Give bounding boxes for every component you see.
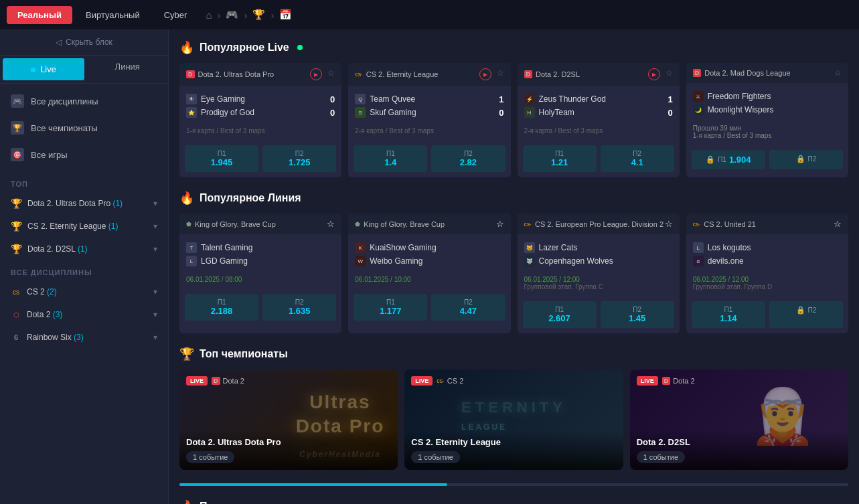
live-card-4-info: Прошло 39 мин1-я карта / Best of 3 maps <box>686 123 848 145</box>
line-star-1[interactable]: ☆ <box>327 219 335 229</box>
team-logo-4a: ⚔ <box>693 91 704 102</box>
line-star-4[interactable]: ☆ <box>834 219 842 229</box>
chevron-icon-2: ▾ <box>153 222 157 231</box>
odd-btn-3-p2[interactable]: П2 4.1 <box>601 145 674 172</box>
sidebar-league-dota-d2sl[interactable]: 🏆 Dota 2. D2SL (1) ▾ <box>0 238 168 260</box>
line-odd-btn-3-p1[interactable]: П1 2.607 <box>523 301 597 328</box>
live-card-3-teams: ⚡ Zeus Thunder God 1 H HolyTeam 0 <box>518 86 680 126</box>
team-row-4a: ⚔ Freedom Fighters <box>693 90 842 103</box>
team-row-3a: ⚡ Zeus Thunder God 1 <box>524 92 673 106</box>
star-button-2[interactable]: ☆ <box>497 68 504 80</box>
flame-icon-disc: 🔥 <box>179 499 194 504</box>
star-button-1[interactable]: ☆ <box>327 68 335 80</box>
cyber-mode-button[interactable]: Cyber <box>153 6 198 24</box>
sidebar-league-dota-ultras[interactable]: 🏆 Dota 2. Ultras Dota Pro (1) ▾ <box>0 192 168 215</box>
odd-btn-3-p1[interactable]: П1 1.21 <box>523 145 597 172</box>
play-button-1[interactable]: ▶ <box>310 68 322 80</box>
odd-btn-1-p1[interactable]: П1 1.945 <box>185 145 258 172</box>
line-odd-value-2-p2: 4.47 <box>434 306 502 316</box>
play-button-2[interactable]: ▶ <box>479 68 491 80</box>
popular-disc-header: 🔥 Популярные дисциплины <box>179 499 848 504</box>
odd-locked-4-p1: 🔒 П1 1.904 <box>694 155 763 165</box>
line-team-row-3b: 🐺 Copenhagen Wolves <box>524 254 673 268</box>
odd-btn-4-p2[interactable]: 🔒 П2 <box>769 150 843 169</box>
cup-icon[interactable]: 🏆 <box>252 9 265 21</box>
line-team-label-3a: Lazer Cats <box>539 243 578 252</box>
star-button-3[interactable]: ☆ <box>666 68 673 80</box>
line-odd-btn-4-p1[interactable]: П1 1.14 <box>692 301 765 328</box>
line-card-1-teams: T Talent Gaming L LGD Gaming <box>179 234 341 274</box>
line-odd-btn-2-p2[interactable]: П2 4.47 <box>431 294 505 321</box>
line-odd-label-4-p2: П2 <box>808 307 817 314</box>
calendar-icon[interactable]: 📅 <box>279 9 292 21</box>
sidebar-discipline-dota2[interactable]: ⬡ Dota 2 (3) ▾ <box>0 303 168 326</box>
trophy-icon-1: 🏆 <box>11 198 22 209</box>
line-team-logo-4b: d <box>693 256 704 266</box>
line-odd-btn-4-p2[interactable]: 🔒 П2 <box>769 301 843 328</box>
champ-events-3: 1 событие <box>637 451 685 463</box>
champ-game-label-2: CS 2 <box>447 377 463 385</box>
odd-btn-1-p2[interactable]: П2 1.725 <box>262 145 336 172</box>
line-odd-btn-1-p2[interactable]: П2 1.635 <box>262 294 336 321</box>
line-team-logo-2b: W <box>355 256 366 266</box>
sidebar-item-all-disciplines[interactable]: 🎮 Все дисциплины <box>0 88 168 114</box>
real-mode-button[interactable]: Реальный <box>7 6 72 24</box>
gamepad-icon[interactable]: 🎮 <box>226 9 238 21</box>
champ-card-1[interactable]: UltrasDota Pro CyberHeatMedia LIVE D Dot… <box>179 369 398 470</box>
sidebar-league-cs-eternity[interactable]: 🏆 CS 2. Eternity League (1) ▾ <box>0 215 168 238</box>
sidebar-discipline-cs2[interactable]: cs CS 2 (2) ▾ <box>0 280 168 303</box>
play-button-3[interactable]: ▶ <box>648 68 660 80</box>
odd-btn-2-p1[interactable]: П1 1.4 <box>354 145 427 172</box>
line-star-2[interactable]: ☆ <box>496 219 504 229</box>
odd-label-3-p2: П2 <box>603 150 672 157</box>
line-card-3-odds: П1 2.607 П2 1.45 <box>518 296 680 333</box>
hide-block-button[interactable]: ◁ Скрыть блок <box>0 29 168 56</box>
line-odd-btn-3-p2[interactable]: П2 1.45 <box>601 301 674 328</box>
line-card-3-title: cs· CS 2. European Pro League. Division … <box>524 220 664 228</box>
line-lock-icon-4-p2: 🔒 <box>796 306 805 315</box>
sidebar-discipline-r6[interactable]: 6 Rainbow Six (3) ▾ <box>0 326 168 349</box>
cs2-chevron: ▾ <box>153 287 157 297</box>
top-champs-section: 🏆 Топ чемпионаты UltrasDota Pro CyberHea… <box>179 347 848 486</box>
tab-live-label: Live <box>40 64 56 74</box>
line-odd-btn-2-p1[interactable]: П1 1.177 <box>354 294 427 321</box>
horizontal-scrollbar[interactable] <box>179 483 848 486</box>
team-name-2a: Q Team Quvee <box>355 94 415 104</box>
kog-icon-2: ⬟ <box>355 221 360 228</box>
dota-game-icon-1: D <box>186 70 195 78</box>
line-card-2-title: ⬟ King of Glory. Brave Cup <box>355 220 445 228</box>
main-content: 🔥 Популярное Live D Dota 2. Ultras Dota … <box>169 29 859 504</box>
odd-btn-2-p2[interactable]: П2 2.82 <box>431 145 505 172</box>
line-team-name-4b: d devils.one <box>693 256 744 266</box>
sidebar-item-all-games[interactable]: 🎯 Все игры <box>0 141 168 168</box>
live-card-1-teams: 👁 Eye Gaming 0 ⭐ Prodigy of God 0 <box>179 86 341 126</box>
team-row-4b: 🌙 Moonlight Wispers <box>693 103 842 116</box>
line-card-4-teams: L Los kogutos d devils.one <box>686 234 848 274</box>
team-label-2b: Skuf Gaming <box>370 108 416 117</box>
virtual-mode-button[interactable]: Виртуальный <box>75 6 151 24</box>
champ-card-3[interactable]: 🧝 LIVE D Dota 2 Dota 2. D2SL 1 событие <box>630 369 848 470</box>
line-card-1: ⬟ King of Glory. Brave Cup ☆ T Talent Ga… <box>179 214 341 333</box>
line-card-3: cs· CS 2. European Pro League. Division … <box>518 214 680 333</box>
line-team-name-1a: T Talent Gaming <box>186 242 252 253</box>
line-odd-label-4-p1: П1 <box>694 306 763 313</box>
line-odd-value-1-p2: 1.635 <box>265 306 333 316</box>
champ-card-2[interactable]: ETERNITYLEAGUE LIVE cs· CS 2 CS 2. Etern… <box>404 369 623 470</box>
champ-name-3: Dota 2. D2SL <box>637 437 842 447</box>
team-logo-1b: ⭐ <box>186 107 197 118</box>
line-odd-btn-1-p1[interactable]: П1 2.188 <box>185 294 258 321</box>
scrollbar-thumb[interactable] <box>179 483 447 486</box>
top-champs-title: Топ чемпионаты <box>200 348 288 360</box>
odd-btn-4-p1[interactable]: 🔒 П1 1.904 <box>692 150 765 169</box>
tab-line[interactable]: Линия <box>87 56 169 83</box>
line-star-3[interactable]: ☆ <box>665 219 673 229</box>
champ-card-1-overlay: Dota 2. Ultras Dota Pro 1 событие <box>179 429 398 470</box>
star-button-4[interactable]: ☆ <box>834 68 842 78</box>
odd-locked-4-p2: 🔒 П2 <box>772 155 840 163</box>
home-icon[interactable]: ⌂ <box>206 9 212 21</box>
line-card-2-game: King of Glory. Brave Cup <box>364 220 445 228</box>
lock-icon-p1: 🔒 <box>706 155 715 164</box>
line-odd-label-2-p1: П1 <box>356 299 424 306</box>
tab-live[interactable]: Live <box>3 58 84 80</box>
sidebar-item-all-champs[interactable]: 🏆 Все чемпионаты <box>0 114 168 141</box>
